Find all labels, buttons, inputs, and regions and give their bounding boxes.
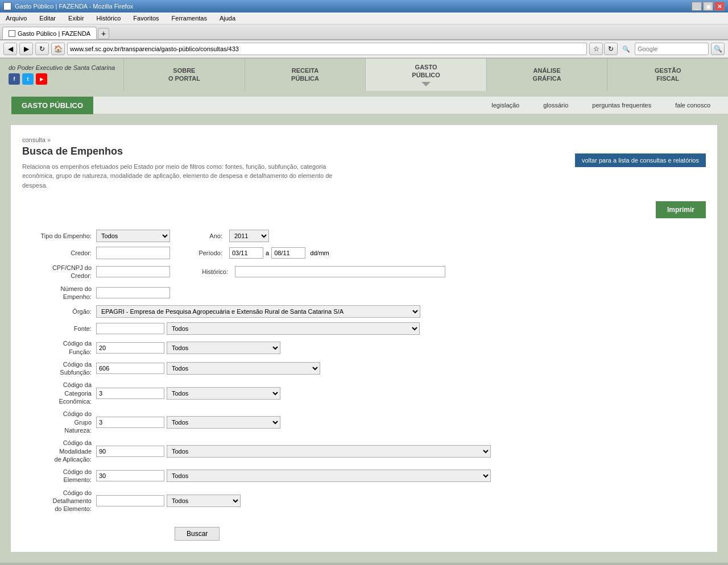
funcao-label: Código da Função: <box>22 339 96 356</box>
page-wrapper: do Poder Executivo de Santa Catarina f t… <box>0 59 728 563</box>
url-input[interactable] <box>67 43 587 55</box>
modalidade-code-input[interactable] <box>96 446 164 457</box>
elemento-label: Código do Elemento: <box>22 468 96 484</box>
twitter-icon[interactable]: t <box>22 73 34 85</box>
menu-ajuda[interactable]: Ajuda <box>216 14 239 23</box>
bookmark-star-button[interactable]: ☆ <box>589 43 603 55</box>
subfuncao-code-input[interactable] <box>96 363 164 374</box>
numero-input[interactable] <box>96 287 170 298</box>
minimize-button[interactable]: _ <box>692 2 702 11</box>
detalhamento-code-input[interactable] <box>96 495 164 506</box>
subfuncao-desc-select[interactable]: Todos <box>167 362 320 375</box>
search-input[interactable] <box>635 43 709 55</box>
nav-receita[interactable]: RECEITA PÚBLICA <box>245 59 366 91</box>
menu-editar[interactable]: Editar <box>36 14 59 23</box>
gasto-arrow-icon <box>421 82 431 86</box>
tipo-empenho-select[interactable]: Todos <box>96 230 170 242</box>
elemento-code-input[interactable] <box>96 470 164 481</box>
form-row-cpf-historico: CPF/CNPJ do Credor: Histórico: <box>22 264 706 280</box>
form-row-orgao: Órgão: EPAGRI - Empresa de Pesquisa Agro… <box>22 305 706 318</box>
nav-receita-line2: PÚBLICA <box>291 74 319 82</box>
form-row-funcao: Código da Função: Todos <box>22 339 706 356</box>
nav-gestao-line1: GESTÃO <box>655 67 681 74</box>
nav-gasto[interactable]: GASTO PÚBLICO <box>365 59 486 91</box>
fonte-desc-select[interactable]: Todos <box>167 322 420 335</box>
categoria-desc-select[interactable]: Todos <box>167 387 280 400</box>
fonte-label: Fonte: <box>22 325 96 333</box>
form-row-categoria: Código da Categoria Econômica: Todos <box>22 381 706 405</box>
menu-favoritos[interactable]: Favoritos <box>130 14 162 23</box>
nav-analise-line1: ANÁLISE <box>533 67 561 74</box>
categoria-code-input[interactable] <box>96 388 164 399</box>
tab-favicon <box>9 30 15 37</box>
back-nav-button[interactable]: ◀ <box>3 43 17 55</box>
title-bar: Gasto Público | FAZENDA - Mozilla Firefo… <box>0 0 728 13</box>
buscar-button[interactable]: Buscar <box>175 527 220 541</box>
sub-nav: legislação glossário perguntas frequente… <box>93 97 728 114</box>
nav-sobre-line2: O PORTAL <box>168 74 200 82</box>
menu-exibir[interactable]: Exibir <box>65 14 88 23</box>
periodo-ate-input[interactable] <box>271 247 305 259</box>
search-engine-icon: 🔍 <box>620 45 632 53</box>
form-row-modalidade: Código da Modalidade de Aplicação: Todos <box>22 439 706 463</box>
menu-arquivo[interactable]: Arquivo <box>2 14 30 23</box>
nav-receita-line1: RECEITA <box>292 67 318 74</box>
funcao-code-input[interactable] <box>96 342 164 354</box>
ano-select[interactable]: 2011 <box>229 230 269 242</box>
menu-ferramentas[interactable]: Ferramentas <box>168 14 210 23</box>
window-controls: _ ▣ ✕ <box>692 2 725 11</box>
back-button[interactable]: voltar para a lista de consultas e relat… <box>575 153 706 167</box>
content-area: consulta » Busca de Empenhos Relaciona o… <box>10 124 718 552</box>
breadcrumb: consulta » <box>22 136 352 143</box>
nav-sobre-line1: SOBRE <box>173 67 195 74</box>
reload-button[interactable]: ↻ <box>35 43 49 55</box>
sub-nav-fale[interactable]: fale conosco <box>663 97 722 114</box>
nav-analise[interactable]: ANÁLISE GRÁFICA <box>486 59 607 91</box>
historico-input[interactable] <box>235 266 445 277</box>
search-form: Tipo do Empenho: Todos Ano: 2011 <box>22 230 706 541</box>
facebook-icon[interactable]: f <box>9 73 20 85</box>
home-button[interactable]: 🏠 <box>51 43 65 55</box>
elemento-desc-select[interactable]: Todos <box>167 470 491 482</box>
forward-nav-button[interactable]: ▶ <box>19 43 33 55</box>
cpf-cnpj-input[interactable] <box>96 266 170 277</box>
orgao-select[interactable]: EPAGRI - Empresa de Pesquisa Agropecuári… <box>96 305 420 318</box>
nav-gestao[interactable]: GESTÃO FISCAL <box>607 59 728 91</box>
active-tab[interactable]: Gasto Público | FAZENDA <box>2 27 97 39</box>
new-tab-button[interactable]: + <box>98 28 109 39</box>
grupo-code-input[interactable] <box>96 417 164 428</box>
numero-label: Número do Empenho: <box>22 285 96 301</box>
form-row-tipo-ano: Tipo do Empenho: Todos Ano: 2011 <box>22 230 706 242</box>
historico-label: Histórico: <box>193 268 233 276</box>
modalidade-label: Código da Modalidade de Aplicação: <box>22 439 96 463</box>
sub-nav-perguntas[interactable]: perguntas frequentes <box>580 97 663 114</box>
ano-label: Ano: <box>204 232 227 240</box>
sub-nav-legislacao[interactable]: legislação <box>479 97 531 114</box>
form-row-fonte: Fonte: Todos <box>22 322 706 335</box>
browser-chrome: Gasto Público | FAZENDA - Mozilla Firefo… <box>0 0 728 59</box>
fonte-code-input[interactable] <box>96 323 164 334</box>
print-button[interactable]: Imprimir <box>656 201 706 218</box>
sub-nav-glossario[interactable]: glossário <box>531 97 580 114</box>
section-label: GASTO PÚBLICO <box>11 97 93 114</box>
close-button[interactable]: ✕ <box>714 2 725 11</box>
periodo-de-input[interactable] <box>229 247 263 259</box>
logo-text: do Poder Executivo de Santa Catarina <box>9 64 115 71</box>
youtube-icon[interactable]: ▶ <box>36 73 47 85</box>
orgao-label: Órgão: <box>22 308 96 315</box>
credor-input[interactable] <box>96 247 170 259</box>
modalidade-desc-select[interactable]: Todos <box>167 445 491 458</box>
grupo-desc-select[interactable]: Todos <box>167 416 280 429</box>
menu-historico[interactable]: Histórico <box>93 14 125 23</box>
main-nav: SOBRE O PORTAL RECEITA PÚBLICA GASTO PÚB… <box>123 59 728 91</box>
nav-sobre[interactable]: SOBRE O PORTAL <box>123 59 245 91</box>
funcao-desc-select[interactable]: Todos <box>167 342 280 354</box>
periodo-unit-label: dd/mm <box>310 250 329 256</box>
search-go-button[interactable]: 🔍 <box>711 43 725 55</box>
maximize-button[interactable]: ▣ <box>703 2 713 11</box>
form-row-numero: Número do Empenho: <box>22 285 706 301</box>
window-title: Gasto Público | FAZENDA - Mozilla Firefo… <box>15 3 133 10</box>
refresh-button[interactable]: ↻ <box>604 43 618 55</box>
periodo-label: Período: <box>193 249 227 257</box>
detalhamento-desc-select[interactable]: Todos <box>167 495 241 507</box>
